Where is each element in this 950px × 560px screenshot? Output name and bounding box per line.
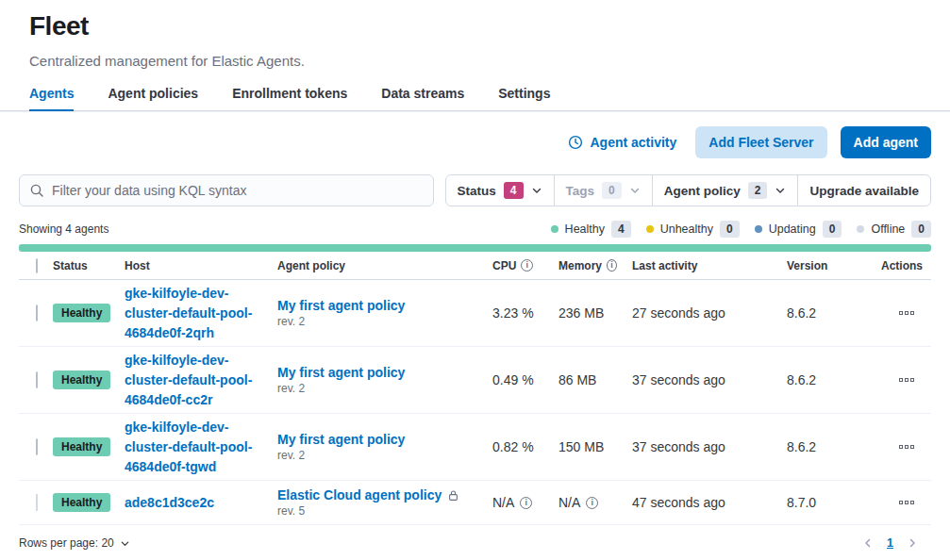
legend-offline-label: Offline [871,222,905,236]
version-value: 8.6.2 [779,372,874,387]
page-subtitle: Centralized management for Elastic Agent… [29,53,921,69]
filter-tags[interactable]: Tags 0 [555,175,653,206]
agent-policy-link[interactable]: My first agent policy [277,432,405,447]
memory-value: 86 MB [551,372,625,387]
toolbar: Agent activity Add Fleet Server Add agen… [19,126,931,158]
select-all-checkbox[interactable] [36,258,38,273]
filter-status[interactable]: Status 4 [446,175,555,206]
chevron-down-icon [531,185,542,196]
row-actions-icon[interactable] [895,307,918,319]
add-fleet-server-button[interactable]: Add Fleet Server [695,126,826,158]
legend-healthy: Healthy 4 [551,221,631,238]
table-row: Healthy gke-kilfoyle-dev-cluster-default… [19,414,931,481]
row-actions-icon[interactable] [895,497,918,508]
memory-value: 236 MB [551,305,625,321]
tab-agent-policies[interactable]: Agent policies [108,80,198,110]
status-badge: Healthy [53,493,110,512]
filter-upgrade-available[interactable]: Upgrade available [798,175,930,206]
legend-unhealthy-label: Unhealthy [660,222,713,236]
filter-agent-policy[interactable]: Agent policy 2 [653,175,799,206]
host-link[interactable]: ade8c1d3ce2c [125,495,214,510]
agent-policy-link[interactable]: Elastic Cloud agent policy [277,487,459,502]
legend-healthy-count: 4 [611,221,631,238]
unhealthy-dot-icon [646,225,654,233]
version-value: 8.6.2 [779,439,874,454]
cpu-value: 0.82 % [485,439,551,454]
col-host: Host [117,259,270,272]
col-cpu: CPUi [485,259,551,272]
clock-icon [568,135,583,150]
row-checkbox[interactable] [36,438,38,455]
col-last-activity: Last activity [625,259,779,272]
row-actions-icon[interactable] [895,374,918,386]
last-activity-value: 47 seconds ago [625,495,779,510]
last-activity-value: 27 seconds ago [625,305,779,321]
legend-unhealthy-count: 0 [720,221,740,238]
health-status-bar [19,244,931,252]
page-number[interactable]: 1 [887,536,893,550]
table-row: Healthy gke-kilfoyle-dev-cluster-default… [19,347,931,414]
cpu-value: 0.49 % [485,372,551,387]
col-status: Status [45,259,117,272]
search-box[interactable] [19,174,434,206]
memory-value: N/Ai [551,495,625,510]
tab-settings[interactable]: Settings [498,80,550,110]
memory-value: 150 MB [551,439,625,454]
host-link[interactable]: gke-kilfoyle-dev-cluster-default-pool-46… [125,420,252,474]
legend-updating-count: 0 [823,221,842,238]
info-icon[interactable]: i [520,497,532,509]
agent-activity-button[interactable]: Agent activity [562,135,682,150]
lock-icon [447,489,459,502]
info-icon[interactable]: i [607,259,617,272]
policy-revision: rev. 5 [277,504,477,518]
last-activity-value: 37 seconds ago [625,439,779,454]
legend-updating-label: Updating [769,222,816,236]
policy-revision: rev. 2 [277,382,477,395]
row-checkbox[interactable] [36,371,38,388]
page-header: Fleet Centralized management for Elastic… [0,0,950,69]
info-icon[interactable]: i [586,497,598,509]
showing-count: Showing 4 agents [19,222,108,236]
chevron-down-icon [120,538,130,549]
filter-status-count: 4 [504,182,524,199]
table-row: Healthy ade8c1d3ce2c Elastic Cloud agent… [19,481,931,525]
row-checkbox[interactable] [36,305,38,321]
updating-dot-icon [755,225,762,233]
row-actions-icon[interactable] [895,441,918,453]
tab-data-streams[interactable]: Data streams [381,80,464,110]
status-badge: Healthy [53,437,110,456]
previous-page-icon[interactable] [862,537,874,549]
col-version: Version [779,259,874,272]
table-footer: Rows per page: 20 1 [19,536,931,550]
filter-group: Status 4 Tags 0 Agent policy 2 [445,174,931,206]
legend-offline: Offline 0 [857,221,931,238]
host-link[interactable]: gke-kilfoyle-dev-cluster-default-pool-46… [125,353,252,407]
filter-status-label: Status [458,184,496,198]
filter-tags-count: 0 [602,182,622,199]
status-badge: Healthy [53,304,110,322]
agent-policy-link[interactable]: My first agent policy [277,365,405,380]
chevron-down-icon [775,185,786,196]
col-actions: Actions [874,259,936,272]
col-memory: Memoryi [551,259,625,272]
status-legend: Healthy 4 Unhealthy 0 Updating 0 Offline… [551,221,931,238]
policy-revision: rev. 2 [277,449,477,462]
host-link[interactable]: gke-kilfoyle-dev-cluster-default-pool-46… [125,286,252,340]
tab-bar: Agents Agent policies Enrollment tokens … [0,80,950,111]
legend-healthy-label: Healthy [565,222,605,236]
row-checkbox-disabled [36,494,38,511]
tab-enrollment-tokens[interactable]: Enrollment tokens [232,80,347,110]
offline-dot-icon [857,225,864,233]
filter-agent-policy-count: 2 [748,182,768,199]
info-icon[interactable]: i [521,259,533,272]
pagination: 1 [862,536,931,550]
next-page-icon[interactable] [907,537,918,549]
tab-agents[interactable]: Agents [29,80,74,110]
cpu-value: 3.23 % [485,305,551,321]
agent-policy-link[interactable]: My first agent policy [277,298,405,313]
add-agent-button[interactable]: Add agent [841,126,931,158]
version-value: 8.7.0 [779,495,874,510]
search-icon [29,183,44,198]
rows-per-page-selector[interactable]: Rows per page: 20 [19,536,130,550]
kql-search-input[interactable] [52,183,424,198]
